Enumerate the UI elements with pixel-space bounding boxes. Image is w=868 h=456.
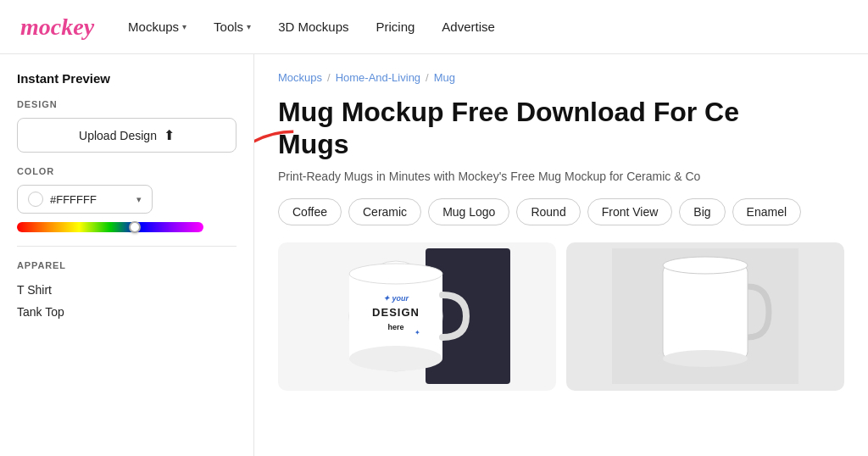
svg-text:✦: ✦ [415,329,420,336]
breadcrumb-mug[interactable]: Mug [434,71,455,84]
apparel-section: APPAREL T Shirt Tank Top [17,260,236,323]
mug-svg: ✦ your DESIGN here ✦ [324,248,510,384]
content-area: Mockups / Home-And-Living / Mug Mug Mock… [254,54,868,456]
chevron-down-icon: ▾ [136,194,142,205]
color-section: COLOR #FFFFFF ▾ [17,166,236,232]
svg-text:DESIGN: DESIGN [372,306,420,319]
mug-svg-2 [612,248,798,384]
header: mockey Mockups ▾ Tools ▾ 3D Mockups Pric… [0,0,868,54]
color-swatch [28,192,43,207]
tag-front-view[interactable]: Front View [587,198,673,225]
mockup-grid: ✦ your DESIGN here ✦ [278,242,844,391]
color-section-label: COLOR [17,166,236,176]
breadcrumb-home-living[interactable]: Home-And-Living [336,71,420,84]
chevron-down-icon: ▾ [182,22,186,31]
page-subtitle: Print-Ready Mugs in Minutes with Mockey'… [278,170,844,183]
svg-text:here: here [387,323,403,331]
page-title: Mug Mockup Free Download For Ce Mugs [278,96,844,161]
breadcrumb-sep-1: / [327,71,331,84]
nav-pricing[interactable]: Pricing [376,19,415,34]
color-picker-row[interactable]: #FFFFFF ▾ [17,185,153,214]
design-section-label: DESIGN [17,99,236,109]
nav-tools[interactable]: Tools ▾ [214,19,251,34]
main-layout: Instant Preview DESIGN Upload Design ⬆ C… [0,54,868,456]
nav-advertise[interactable]: Advertise [442,19,495,34]
upload-design-label: Upload Design [79,129,157,142]
logo-text: mockey [20,14,94,40]
apparel-label: APPAREL [17,260,236,270]
nav-mockups[interactable]: Mockups ▾ [128,19,186,34]
mug-preview-2 [566,242,844,391]
color-slider-thumb[interactable] [129,221,141,233]
tag-big[interactable]: Big [679,198,725,225]
color-gradient-slider[interactable] [17,222,203,232]
tag-ceramic[interactable]: Ceramic [348,198,421,225]
logo[interactable]: mockey [20,14,94,41]
tag-coffee[interactable]: Coffee [278,198,342,225]
upload-icon: ⬆ [164,127,175,143]
sidebar-divider [17,246,236,247]
tag-round[interactable]: Round [516,198,580,225]
svg-text:✦ your: ✦ your [383,294,409,303]
apparel-item-tanktop[interactable]: Tank Top [17,301,236,323]
svg-point-5 [349,264,442,284]
breadcrumb: Mockups / Home-And-Living / Mug [278,71,844,84]
mug-preview-1: ✦ your DESIGN here ✦ [278,242,556,391]
tag-list: Coffee Ceramic Mug Logo Round Front View… [278,198,844,225]
upload-design-button[interactable]: Upload Design ⬆ [17,118,236,153]
tag-enamel[interactable]: Enamel [732,198,801,225]
nav-3d-mockups[interactable]: 3D Mockups [278,19,348,34]
color-hex-value: #FFFFFF [50,193,130,206]
apparel-item-tshirt[interactable]: T Shirt [17,279,236,301]
breadcrumb-mockups[interactable]: Mockups [278,71,322,84]
svg-point-4 [349,346,442,371]
chevron-down-icon: ▾ [247,22,251,31]
sidebar: Instant Preview DESIGN Upload Design ⬆ C… [0,54,254,456]
mockup-card-2[interactable] [566,242,844,391]
breadcrumb-sep-2: / [426,71,429,84]
svg-rect-11 [663,265,748,359]
svg-point-12 [663,257,748,274]
svg-point-13 [663,350,748,367]
instant-preview-title: Instant Preview [17,71,236,86]
tag-mug-logo[interactable]: Mug Logo [428,198,509,225]
mockup-card-1[interactable]: ✦ your DESIGN here ✦ [278,242,556,391]
nav: Mockups ▾ Tools ▾ 3D Mockups Pricing Adv… [128,19,495,34]
